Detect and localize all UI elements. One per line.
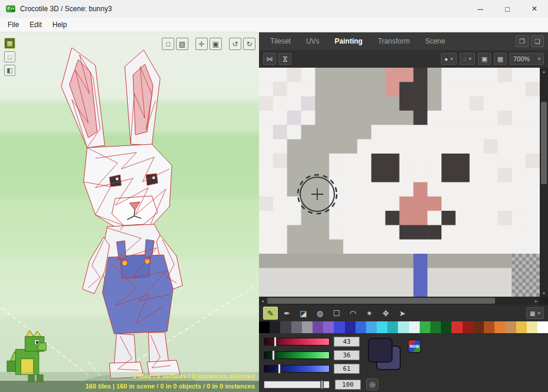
red-slider[interactable] bbox=[264, 338, 330, 346]
palette-swatch[interactable] bbox=[259, 321, 270, 333]
palette-swatch[interactable] bbox=[420, 321, 430, 333]
scroll-right-icon[interactable]: ▸ bbox=[533, 297, 540, 305]
rotate-cw-button[interactable]: ↻ bbox=[243, 38, 255, 50]
rect-select-tool-icon[interactable]: ☐ bbox=[329, 307, 344, 320]
pencil-tool-icon[interactable]: ✎ bbox=[263, 307, 278, 320]
primitive-cube-button[interactable]: ▧ bbox=[176, 38, 188, 50]
chevron-down-icon: ▾ bbox=[469, 56, 471, 62]
red-value-field[interactable]: 43 bbox=[334, 337, 360, 347]
select-mode-button[interactable]: ▣ bbox=[210, 38, 222, 50]
palette-swatch[interactable] bbox=[291, 321, 302, 333]
transform-mode-button[interactable]: ✛ bbox=[195, 38, 208, 50]
tab-painting[interactable]: Painting bbox=[327, 32, 370, 50]
palette-swatch[interactable] bbox=[473, 321, 484, 333]
green-slider-handle[interactable] bbox=[272, 350, 275, 360]
palette-swatch[interactable] bbox=[270, 321, 280, 333]
tile-create-button[interactable]: ▦ bbox=[4, 38, 15, 49]
red-slider-handle[interactable] bbox=[274, 337, 277, 347]
window-title: Crocotile 3D / Scene: bunny3 bbox=[20, 5, 112, 13]
paint-tools-row: ✎✒◪◍☐◠✶✥➤ ▦ ▾ bbox=[259, 305, 548, 321]
checker-toggle-button[interactable]: ▣ bbox=[478, 53, 491, 65]
palette-swatch[interactable] bbox=[280, 321, 291, 333]
pan-tool-icon[interactable]: ✥ bbox=[378, 307, 393, 320]
fill-tool-icon[interactable]: ◍ bbox=[313, 307, 327, 320]
palette-swatch[interactable] bbox=[366, 321, 377, 333]
horizontal-scroll-thumb[interactable] bbox=[267, 298, 495, 304]
blue-value-field[interactable]: 61 bbox=[334, 364, 360, 374]
menu-item-file[interactable]: File bbox=[2, 18, 24, 32]
titlebar: Crocotile 3D / Scene: bunny3 ─ □ × bbox=[0, 0, 548, 18]
scroll-left-icon[interactable]: ◂ bbox=[259, 297, 266, 305]
palette-options-dropdown[interactable]: ▦ ▾ bbox=[526, 307, 544, 319]
menu-item-help[interactable]: Help bbox=[47, 18, 72, 32]
minimize-button[interactable]: ─ bbox=[467, 0, 494, 18]
palette-swatch[interactable] bbox=[451, 321, 462, 333]
brush-size-dropdown[interactable]: ◌ ▾ bbox=[460, 53, 475, 65]
tab-transform[interactable]: Transform bbox=[370, 32, 417, 50]
blue-slider[interactable] bbox=[264, 365, 330, 373]
green-value-field[interactable]: 36 bbox=[334, 350, 360, 360]
scene-bunny-model[interactable] bbox=[0, 32, 259, 392]
palette-swatch[interactable] bbox=[505, 321, 516, 333]
scroll-up-icon[interactable]: ▴ bbox=[540, 68, 548, 75]
mirror-x-icon[interactable]: ⋈ bbox=[263, 53, 276, 65]
dither-circle-icon[interactable]: ◎ bbox=[366, 378, 378, 390]
grid-toggle-button[interactable]: ▦ bbox=[494, 53, 507, 65]
palette-swatch[interactable] bbox=[398, 321, 408, 333]
palette-swatch[interactable] bbox=[494, 321, 505, 333]
palette-swatch[interactable] bbox=[484, 321, 494, 333]
rotate-ccw-button[interactable]: ↺ bbox=[229, 38, 241, 50]
primitive-quad-button[interactable]: □ bbox=[162, 38, 174, 50]
palette-swatch[interactable] bbox=[463, 321, 473, 333]
palette-swatch[interactable] bbox=[516, 321, 527, 333]
opacity-value-field[interactable]: 100 bbox=[335, 380, 361, 390]
rgb-mode-button[interactable]: RGB bbox=[408, 340, 421, 353]
opacity-slider[interactable] bbox=[264, 381, 330, 388]
detach-panel-icon[interactable]: ❐ bbox=[516, 35, 529, 47]
palette-swatch[interactable] bbox=[323, 321, 334, 333]
blue-slider-handle[interactable] bbox=[278, 364, 281, 374]
lasso-select-tool-icon[interactable]: ◠ bbox=[346, 307, 360, 320]
scroll-down-icon[interactable]: ▾ bbox=[540, 290, 548, 297]
palette-swatch[interactable] bbox=[377, 321, 387, 333]
eraser-tool-icon[interactable]: ◪ bbox=[296, 307, 311, 320]
opacity-slider-handle[interactable] bbox=[320, 380, 324, 389]
vertical-scrollbar[interactable]: ▴ ▾ bbox=[540, 68, 548, 297]
magic-wand-tool-icon[interactable]: ✶ bbox=[362, 307, 377, 320]
viewport-3d[interactable]: □ ▧ ✛ ▣ ↺ ↻ ▦ □ ◧ 0 tiles / 0 vertices /… bbox=[0, 32, 259, 392]
tab-tileset[interactable]: Tileset bbox=[263, 32, 298, 50]
palette-swatch[interactable] bbox=[345, 321, 356, 333]
zoom-dropdown[interactable]: 700% ▾ bbox=[510, 53, 544, 65]
texture-canvas-area[interactable]: ▴ ▾ ◂ ▸ bbox=[259, 68, 548, 305]
palette-swatch[interactable] bbox=[302, 321, 313, 333]
app-window: Crocotile 3D / Scene: bunny3 ─ □ × FileE… bbox=[0, 0, 548, 392]
mirror-y-icon[interactable]: ⋈ bbox=[278, 53, 291, 65]
palette-swatch[interactable] bbox=[387, 321, 398, 333]
scene-status: 160 tiles | 160 in scene / 0 in 0 object… bbox=[0, 381, 259, 392]
maximize-button[interactable]: □ bbox=[494, 0, 521, 18]
brush-shape-dropdown[interactable]: ● ▾ bbox=[441, 53, 457, 65]
horizontal-scrollbar[interactable]: ◂ ▸ bbox=[259, 297, 540, 305]
primary-color-preview[interactable] bbox=[368, 338, 393, 363]
palette-swatch[interactable] bbox=[537, 321, 548, 333]
block-mode-button[interactable]: ◧ bbox=[4, 65, 15, 76]
close-button[interactable]: × bbox=[521, 0, 548, 18]
texture-canvas[interactable] bbox=[259, 68, 540, 297]
tab-scene[interactable]: Scene bbox=[417, 32, 453, 50]
panel-layout-icon[interactable]: ❏ bbox=[531, 35, 544, 47]
palette-swatch[interactable] bbox=[313, 321, 323, 333]
palette-swatch[interactable] bbox=[441, 321, 451, 333]
cursor-tool-icon[interactable]: ➤ bbox=[395, 307, 410, 320]
palette-swatch[interactable] bbox=[409, 321, 420, 333]
vertical-scroll-thumb[interactable] bbox=[541, 102, 547, 184]
palette-swatch[interactable] bbox=[527, 321, 537, 333]
palette-swatch[interactable] bbox=[430, 321, 441, 333]
scrollbar-corner bbox=[540, 297, 548, 305]
palette-swatch[interactable] bbox=[356, 321, 366, 333]
green-slider[interactable] bbox=[264, 351, 330, 359]
tile-edit-button[interactable]: □ bbox=[4, 51, 15, 62]
pen-tool-icon[interactable]: ✒ bbox=[280, 307, 294, 320]
tab-uvs[interactable]: UVs bbox=[298, 32, 327, 50]
palette-swatch[interactable] bbox=[334, 321, 344, 333]
menu-item-edit[interactable]: Edit bbox=[24, 18, 47, 32]
